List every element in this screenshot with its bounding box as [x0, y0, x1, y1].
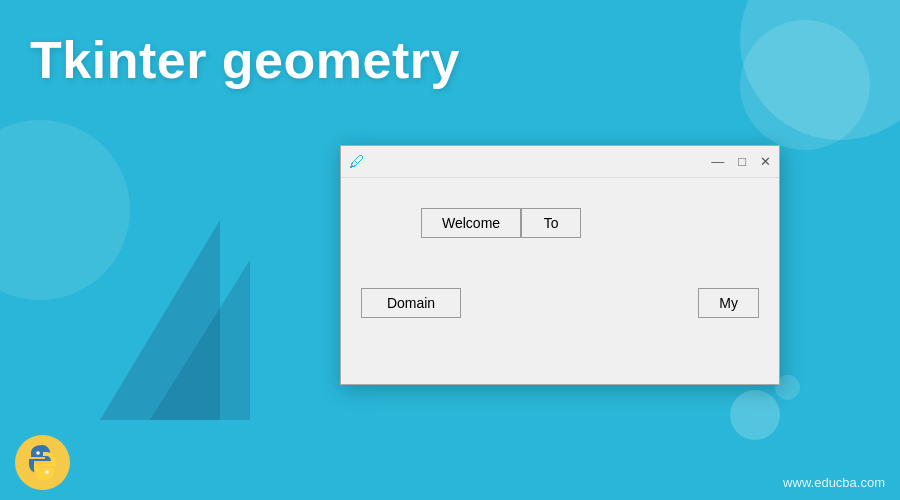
python-logo: [15, 435, 70, 490]
my-button[interactable]: My: [698, 288, 759, 318]
window-titlebar: 🖊 — □ ✕: [341, 146, 779, 178]
bg-decoration-circle-2: [740, 20, 870, 150]
svg-point-1: [36, 451, 40, 455]
bg-decoration-circle-4: [730, 390, 780, 440]
page-title: Tkinter geometry: [30, 30, 460, 90]
button-row-1: Welcome To: [421, 208, 581, 238]
button-row-2: Domain My: [361, 288, 759, 318]
svg-point-0: [15, 435, 70, 490]
window-maximize-button[interactable]: □: [738, 155, 746, 168]
window-close-button[interactable]: ✕: [760, 155, 771, 168]
watermark: www.educba.com: [783, 475, 885, 490]
svg-point-2: [45, 470, 49, 474]
window-controls: — □ ✕: [711, 155, 771, 168]
window-body: Welcome To Domain My: [341, 178, 779, 384]
window-minimize-button[interactable]: —: [711, 155, 724, 168]
bg-decoration-triangle-2: [150, 260, 250, 420]
window-app-icon: 🖊: [349, 153, 365, 171]
tkinter-window: 🖊 — □ ✕ Welcome To Domain My: [340, 145, 780, 385]
to-button[interactable]: To: [521, 208, 581, 238]
welcome-button[interactable]: Welcome: [421, 208, 521, 238]
domain-button[interactable]: Domain: [361, 288, 461, 318]
